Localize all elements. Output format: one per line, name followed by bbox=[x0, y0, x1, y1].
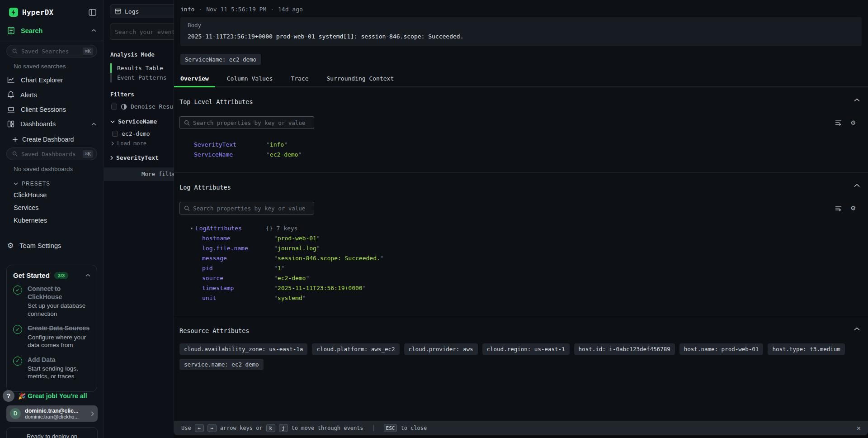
hint-text: arrow keys or bbox=[220, 425, 263, 431]
saved-searches-field[interactable] bbox=[21, 48, 79, 55]
sidebar-item-label: Team Settings bbox=[19, 242, 96, 249]
attribute-key[interactable]: unit bbox=[202, 295, 274, 301]
filter-lines-icon[interactable] bbox=[835, 205, 843, 211]
tab-trace[interactable]: Trace bbox=[284, 71, 315, 86]
saved-searches-input[interactable]: ⌘K bbox=[6, 45, 97, 57]
shortcut-badge: ⌘K bbox=[83, 48, 93, 55]
filter-value-row[interactable]: ec2-demo bbox=[112, 130, 150, 137]
saved-dashboards-input[interactable]: ⌘K bbox=[6, 148, 97, 160]
resource-chip[interactable]: cloud.platform: aws_ec2 bbox=[312, 343, 399, 355]
get-started-step[interactable]: ✓ Connect to ClickHouse Set up your data… bbox=[13, 285, 90, 318]
filter-lines-icon[interactable] bbox=[835, 120, 843, 126]
body-text: 2025-11-11T23:56:19+0000 prod-web-01 sys… bbox=[188, 33, 854, 40]
tab-surrounding-context[interactable]: Surrounding Context bbox=[321, 71, 401, 86]
load-more-button[interactable]: Load more bbox=[111, 140, 146, 147]
attribute-value[interactable]: ec2-demo bbox=[266, 151, 302, 158]
denoise-filter-row[interactable]: Denoise Resul bbox=[111, 103, 177, 110]
attribute-value[interactable]: ec2-demo bbox=[274, 275, 309, 281]
ec2-demo-checkbox[interactable] bbox=[112, 131, 118, 137]
chevron-right-icon bbox=[111, 141, 114, 146]
caret-down-icon[interactable]: ▾ bbox=[190, 226, 196, 231]
gear-icon[interactable]: ⚙ bbox=[851, 205, 855, 212]
close-icon[interactable]: ✕ bbox=[857, 424, 861, 432]
filter-group-severitytext[interactable]: SeverityText bbox=[110, 154, 159, 161]
attribute-value[interactable]: journal.log bbox=[274, 245, 320, 252]
attribute-key[interactable]: timestamp bbox=[202, 285, 274, 291]
attribute-value[interactable]: info bbox=[266, 141, 288, 148]
gear-icon: ⚙ bbox=[7, 242, 14, 249]
attribute-value[interactable]: 1 bbox=[274, 265, 284, 271]
gear-icon[interactable]: ⚙ bbox=[851, 119, 855, 126]
collapse-section-icon[interactable] bbox=[854, 184, 860, 187]
get-started-step[interactable]: ✓ Add Data Start sending logs, metrics, … bbox=[13, 356, 90, 381]
congrats-row: ? 🎉 Great job! You're all bbox=[3, 390, 102, 402]
property-search-box[interactable] bbox=[179, 116, 314, 129]
attribute-key[interactable]: message bbox=[202, 255, 274, 262]
attribute-row: log.file.name journal.log bbox=[202, 244, 856, 252]
step-desc: Set up your database connection bbox=[28, 302, 90, 318]
service-name-tag[interactable]: ServiceName: ec2-demo bbox=[180, 54, 261, 65]
attribute-value[interactable]: 2025-11-11T23:56:19+0000 bbox=[274, 285, 366, 291]
resource-chip[interactable]: service.name: ec2-demo bbox=[179, 359, 264, 370]
presets-toggle[interactable]: PRESETS bbox=[0, 175, 104, 189]
filter-group-servicename[interactable]: ServiceName bbox=[110, 118, 157, 125]
check-circle-icon: ✓ bbox=[13, 357, 22, 366]
collapse-sidebar-icon[interactable] bbox=[89, 9, 96, 16]
preset-kubernetes[interactable]: Kubernetes bbox=[0, 214, 104, 227]
no-saved-searches-text: No saved searches bbox=[0, 57, 104, 72]
chevron-right-icon bbox=[110, 156, 113, 160]
filters-label: Filters bbox=[110, 91, 134, 98]
preset-clickhouse[interactable]: ClickHouse bbox=[0, 189, 104, 201]
attribute-value[interactable]: session-846.scope: Succeeded. bbox=[274, 255, 384, 262]
attribute-value[interactable]: systemd bbox=[274, 295, 306, 301]
sidebar-item-team-settings[interactable]: ⚙ Team Settings bbox=[0, 238, 104, 253]
resource-chip[interactable]: host.type: t3.medium bbox=[768, 343, 845, 355]
attribute-key[interactable]: source bbox=[202, 275, 274, 281]
attribute-key[interactable]: LogAttributes bbox=[196, 225, 266, 232]
attribute-key[interactable]: SeverityText bbox=[194, 141, 266, 148]
analysis-mode-label: Analysis Mode bbox=[110, 51, 155, 58]
property-search-input[interactable] bbox=[193, 205, 310, 212]
resource-chip[interactable]: host.id: i-0abc123def456789 bbox=[574, 343, 675, 355]
denoise-checkbox[interactable] bbox=[111, 104, 117, 110]
sidebar-item-dashboards[interactable]: Dashboards bbox=[0, 117, 104, 131]
create-dashboard-button[interactable]: Create Dashboard bbox=[0, 131, 104, 146]
resource-chip[interactable]: cloud.availability_zone: us-east-1a bbox=[179, 343, 307, 355]
deploy-note-card: Ready to deploy on bbox=[6, 427, 98, 438]
attribute-row: pid 1 bbox=[202, 264, 856, 271]
sidebar-item-client-sessions[interactable]: Client Sessions bbox=[0, 102, 104, 117]
mode-event-patterns[interactable]: Event Patterns bbox=[110, 73, 167, 82]
chevron-up-icon[interactable] bbox=[85, 274, 90, 277]
sidebar: HyperDX Search ⌘K No saved searches Char… bbox=[0, 0, 104, 438]
attribute-key[interactable]: log.file.name bbox=[202, 245, 274, 252]
tab-column-values[interactable]: Column Values bbox=[221, 71, 279, 86]
tab-overview[interactable]: Overview bbox=[174, 71, 215, 86]
load-more-label: Load more bbox=[117, 140, 146, 147]
property-search-box[interactable] bbox=[179, 202, 314, 214]
sidebar-item-alerts[interactable]: Alerts bbox=[0, 87, 104, 102]
congrats-text: 🎉 Great job! You're all bbox=[18, 392, 87, 400]
sidebar-item-search[interactable]: Search bbox=[0, 23, 104, 38]
collapse-section-icon[interactable] bbox=[854, 327, 860, 331]
attribute-key[interactable]: ServiceName bbox=[194, 151, 266, 158]
preset-services[interactable]: Services bbox=[0, 201, 104, 214]
attribute-key[interactable]: hostname bbox=[202, 235, 274, 242]
property-search-input[interactable] bbox=[193, 119, 310, 126]
denoise-label: Denoise Resul bbox=[131, 103, 177, 110]
step-title: Add Data bbox=[28, 356, 90, 364]
resource-chip[interactable]: host.name: prod-web-01 bbox=[679, 343, 764, 355]
get-started-step[interactable]: ✓ Create Data Sources Configure where yo… bbox=[13, 324, 90, 349]
sidebar-item-chart-explorer[interactable]: Chart Explorer bbox=[0, 72, 104, 87]
collapse-section-icon[interactable] bbox=[854, 98, 860, 102]
user-profile-button[interactable]: D dominic.tran@clic... dominic.tran@clic… bbox=[6, 405, 98, 422]
mode-results-table[interactable]: Results Table bbox=[110, 63, 167, 73]
resource-chip[interactable]: cloud.region: us-east-1 bbox=[482, 343, 570, 355]
help-icon[interactable]: ? bbox=[3, 390, 14, 402]
saved-dashboards-field[interactable] bbox=[21, 151, 79, 157]
resource-chip-list: cloud.availability_zone: us-east-1a clou… bbox=[179, 343, 856, 370]
analysis-mode-list: Results Table Event Patterns bbox=[110, 63, 167, 82]
section-title: Resource Attributes bbox=[179, 327, 856, 334]
attribute-key[interactable]: pid bbox=[202, 265, 274, 271]
resource-chip[interactable]: cloud.provider: aws bbox=[404, 343, 478, 355]
attribute-value[interactable]: prod-web-01 bbox=[274, 235, 320, 242]
